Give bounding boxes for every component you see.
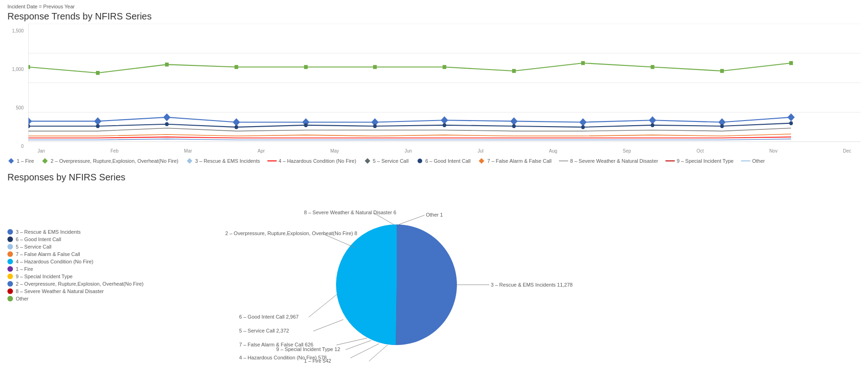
x-apr: Apr: [258, 148, 265, 153]
pie-special-label: 9 – Special Incident Type: [16, 274, 73, 279]
pie-hazardous-dot: [7, 259, 13, 264]
legend-rescue: 3 – Rescue & EMS Incidents: [186, 157, 260, 165]
pie-overpressure-label: 2 – Overpressure, Rupture,Explosion, Ove…: [16, 281, 144, 287]
x-mar: Mar: [184, 148, 192, 153]
svg-marker-23: [441, 116, 448, 124]
line-chart-section: Response Trends by NFIRS Series 1,500 1,…: [7, 11, 861, 165]
svg-marker-25: [579, 118, 587, 126]
y-label-1500: 1,500: [7, 28, 24, 33]
pie-label-service: 5 – Service Call 2,372: [239, 328, 289, 333]
svg-rect-10: [373, 65, 377, 69]
svg-rect-12: [512, 69, 516, 73]
legend-other-label: Other: [752, 158, 765, 164]
overpressure-icon: [41, 157, 49, 165]
x-dec: Dec: [843, 148, 851, 153]
x-jul: Jul: [477, 148, 483, 153]
svg-point-31: [165, 122, 169, 127]
service-icon: [364, 157, 371, 165]
legend-special: 9 – Special Incident Type: [665, 157, 734, 165]
legend-severe: 8 – Severe Weather & Natural Disaster: [559, 157, 658, 165]
legend-overpressure: 2 – Overpressure, Rupture,Explosion, Ove…: [41, 157, 178, 165]
pie-legend-goodintent: 6 – Good Intent Call: [7, 237, 156, 242]
line-chart-legend: 1 – Fire 2 – Overpressure, Rupture,Explo…: [7, 157, 861, 165]
line-chart-title: Response Trends by NFIRS Series: [7, 11, 861, 22]
pie-label-other: Other 1: [426, 212, 443, 217]
pie-chart-title: Responses by NFIRS Series: [7, 172, 861, 183]
legend-other: Other: [741, 157, 765, 165]
svg-rect-9: [304, 65, 308, 69]
svg-point-34: [373, 124, 377, 128]
pie-service-label: 5 – Service Call: [16, 244, 51, 249]
legend-falsealarm-label: 7 – False Alarm & False Call: [487, 158, 551, 164]
pie-chart-svg: Other 1 8 – Severe Weather & Natural Dis…: [174, 192, 591, 368]
svg-point-32: [234, 125, 238, 129]
svg-rect-5: [28, 65, 30, 69]
pie-label-hazardous: 4 – Hazardous Condition (No Fire) 578: [239, 355, 327, 360]
x-aug: Aug: [549, 148, 558, 153]
svg-point-30: [96, 124, 100, 128]
y-label-500: 500: [7, 105, 24, 110]
svg-point-40: [789, 121, 793, 125]
pie-legend-falsealarm: 7 – False Alarm & False Call: [7, 251, 156, 257]
legend-rescue-label: 3 – Rescue & EMS Incidents: [195, 158, 260, 164]
falsealarm-icon: [478, 157, 485, 165]
pie-legend-other: Other: [7, 296, 156, 301]
svg-marker-45: [187, 158, 192, 164]
pie-legend-overpressure: 2 – Overpressure, Rupture,Explosion, Ove…: [7, 281, 156, 287]
legend-severe-label: 8 – Severe Weather & Natural Disaster: [570, 158, 658, 164]
svg-point-33: [304, 123, 308, 128]
line-chart-svg: [28, 24, 861, 142]
pie-goodintent-label: 6 – Good Intent Call: [16, 237, 61, 242]
pie-legend-rescue: 3 – Rescue & EMS Incidents: [7, 229, 156, 235]
svg-marker-49: [479, 158, 484, 164]
page-container: Incident Date = Previous Year Response T…: [0, 0, 868, 372]
pie-legend-severe: 8 – Severe Weather & Natural Disaster: [7, 288, 156, 294]
x-nov: Nov: [769, 148, 778, 153]
pie-label-falsealarm: 7 – False Alarm & False Call 626: [239, 342, 313, 347]
pie-label-rescue: 3 – Rescue & EMS Incidents 11,278: [491, 282, 573, 288]
pie-rescue-dot: [7, 229, 13, 235]
svg-point-35: [443, 123, 446, 128]
pie-rescue-label: 3 – Rescue & EMS Incidents: [16, 229, 81, 235]
pie-fire-label: 1 – Fire: [16, 266, 33, 272]
pie-slice-remaining[interactable]: [336, 224, 397, 345]
severe-icon: [559, 160, 568, 162]
svg-point-36: [512, 124, 516, 128]
svg-marker-44: [42, 158, 48, 164]
svg-marker-28: [787, 113, 795, 121]
svg-point-48: [418, 159, 422, 163]
other-icon: [741, 160, 750, 162]
pie-legend-service: 5 – Service Call: [7, 244, 156, 249]
pie-other-label: Other: [16, 296, 29, 301]
pie-label-overpressure: 2 – Overpressure, Rupture,Explosion, Ove…: [225, 230, 357, 236]
svg-rect-8: [234, 65, 238, 69]
legend-fire: 1 – Fire: [7, 157, 34, 165]
pie-line-goodintent: [309, 294, 337, 317]
svg-rect-16: [789, 61, 793, 65]
svg-marker-17: [28, 117, 32, 125]
line-chart-container: 1,500 1,000 500 0: [7, 24, 861, 153]
svg-marker-20: [233, 118, 240, 126]
legend-service-label: 5 – Service Call: [373, 158, 409, 164]
pie-legend-hazardous: 4 – Hazardous Condition (No Fire): [7, 259, 156, 264]
pie-line-other: [398, 215, 424, 225]
svg-point-38: [651, 123, 654, 128]
pie-severe-label: 8 – Severe Weather & Natural Disaster: [16, 288, 104, 294]
svg-rect-14: [651, 65, 654, 69]
pie-legend-fire: 1 – Fire: [7, 266, 156, 272]
svg-rect-15: [720, 69, 724, 73]
svg-marker-19: [163, 113, 171, 121]
pie-chart-area: Other 1 8 – Severe Weather & Natural Dis…: [174, 192, 861, 368]
pie-fire-dot: [7, 266, 13, 272]
svg-rect-6: [96, 71, 100, 75]
pie-line-special: [346, 340, 371, 350]
special-icon: [665, 160, 675, 162]
x-jun: Jun: [405, 148, 412, 153]
x-jan: Jan: [38, 148, 45, 153]
pie-overpressure-dot: [7, 281, 13, 287]
pie-legend-special: 9 – Special Incident Type: [7, 274, 156, 279]
legend-falsealarm: 7 – False Alarm & False Call: [478, 157, 551, 165]
y-axis: 1,500 1,000 500 0: [7, 24, 24, 153]
svg-point-39: [720, 124, 724, 128]
svg-rect-13: [581, 61, 585, 65]
